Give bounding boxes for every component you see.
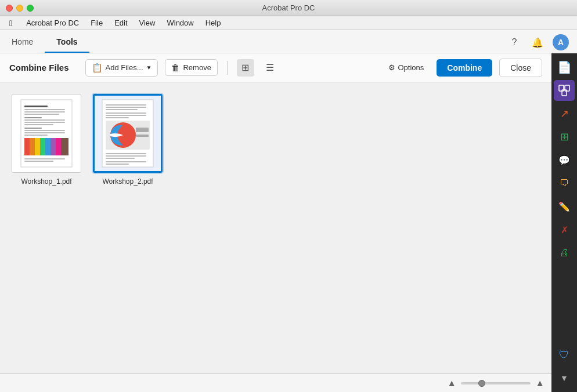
combine-toolbar: Combine Files 📋 Add Files... ▼ 🗑 Remove … <box>0 53 551 82</box>
sidebar-tool-comment[interactable]: 🗨 <box>554 173 575 194</box>
file-name-2: Workshop_2.pdf <box>102 177 153 186</box>
svg-rect-10 <box>24 130 65 131</box>
edit-text-icon: 💬 <box>558 155 570 166</box>
maximize-window-button[interactable] <box>27 5 34 12</box>
sidebar-tool-protect[interactable]: 🛡 <box>554 344 575 365</box>
svg-rect-40 <box>106 164 129 165</box>
sidebar-tool-print[interactable]: 🖨 <box>554 242 575 263</box>
add-files-button[interactable]: 📋 Add Files... ▼ <box>85 59 158 77</box>
combine-pages-icon <box>558 84 571 97</box>
options-button[interactable]: ⚙ Options <box>383 60 430 75</box>
view-menu[interactable]: View <box>135 17 160 28</box>
add-files-dropdown-icon: ▼ <box>146 64 152 71</box>
main-area: Combine Files 📋 Add Files... ▼ 🗑 Remove … <box>0 53 577 392</box>
titlebar: Acrobat Pro DC <box>0 0 577 16</box>
sidebar-tool-edit[interactable]: 💬 <box>554 150 575 170</box>
file-menu[interactable]: File <box>86 17 107 28</box>
organize-icon: ⊞ <box>560 130 569 143</box>
svg-rect-1 <box>24 106 48 107</box>
svg-rect-23 <box>24 161 53 162</box>
remove-button[interactable]: 🗑 Remove <box>165 59 217 76</box>
svg-rect-5 <box>24 117 42 118</box>
sidebar-tool-more[interactable]: ▼ <box>554 368 575 389</box>
help-button[interactable]: ? <box>506 34 522 50</box>
svg-rect-4 <box>24 114 59 115</box>
pdf-create-icon: 📄 <box>557 60 572 74</box>
svg-rect-6 <box>24 119 65 121</box>
bell-icon: 🔔 <box>532 37 543 48</box>
zoom-out-icon[interactable]: ▲ <box>447 378 456 389</box>
svg-rect-8 <box>24 124 53 125</box>
zoombar: ▲ ▲ <box>0 373 551 392</box>
file-thumb-2[interactable] <box>93 94 163 173</box>
minimize-window-button[interactable] <box>16 5 23 12</box>
close-window-button[interactable] <box>6 5 13 12</box>
list-view-button[interactable]: ☰ <box>261 59 279 77</box>
toolbar-title: Combine Files <box>9 63 69 72</box>
export-icon: ↗ <box>560 107 569 120</box>
svg-rect-17 <box>40 138 45 155</box>
sidebar-tool-combine[interactable] <box>554 80 575 101</box>
svg-rect-35 <box>136 135 149 137</box>
file-name-1: Workshop_1.pdf <box>21 177 71 186</box>
pencil-icon: ✏️ <box>558 201 570 212</box>
svg-rect-34 <box>136 128 149 132</box>
remove-icon: 🗑 <box>171 63 180 72</box>
notifications-button[interactable]: 🔔 <box>529 34 546 50</box>
svg-rect-26 <box>106 107 146 108</box>
sidebar-tool-redact[interactable]: ✗ <box>554 219 575 240</box>
sidebar-tool-export[interactable]: ↗ <box>554 103 575 124</box>
comment-icon: 🗨 <box>560 178 569 188</box>
grid-icon: ⊞ <box>241 62 249 73</box>
list-item[interactable]: Workshop_2.pdf <box>93 94 163 186</box>
help-menu[interactable]: Help <box>201 17 226 28</box>
tabbar-right: ? 🔔 A <box>506 34 577 53</box>
sidebar-tool-pdf[interactable]: 📄 <box>554 57 575 78</box>
file-thumb-1[interactable] <box>12 94 81 173</box>
sidebar-tool-organize[interactable]: ⊞ <box>554 126 575 147</box>
apple-menu[interactable]:  <box>5 17 17 29</box>
sidebar-tool-annotate[interactable]: ✏️ <box>554 196 575 217</box>
svg-rect-20 <box>56 138 61 155</box>
svg-rect-15 <box>30 138 35 155</box>
svg-rect-29 <box>106 115 146 116</box>
svg-rect-12 <box>24 135 48 136</box>
tabbar: Home Tools ? 🔔 A <box>0 30 577 53</box>
redact-icon: ✗ <box>561 224 568 235</box>
gear-icon: ⚙ <box>388 63 395 72</box>
svg-rect-16 <box>35 138 40 155</box>
print-icon: 🖨 <box>560 248 569 258</box>
tab-tools[interactable]: Tools <box>45 32 89 53</box>
combine-button[interactable]: Combine <box>437 59 492 77</box>
files-area: Workshop_1.pdf <box>0 82 551 373</box>
svg-rect-21 <box>61 138 68 155</box>
svg-rect-18 <box>45 138 51 155</box>
help-icon: ? <box>512 37 517 48</box>
chevron-down-icon: ▼ <box>560 373 568 383</box>
svg-rect-38 <box>106 158 135 159</box>
svg-rect-25 <box>106 104 146 106</box>
svg-rect-3 <box>24 111 65 112</box>
close-button[interactable]: Close <box>499 59 542 77</box>
svg-rect-22 <box>24 158 65 159</box>
add-files-icon: 📋 <box>92 63 103 73</box>
zoom-thumb[interactable] <box>478 380 485 387</box>
window-menu[interactable]: Window <box>162 17 198 28</box>
right-sidebar: 📄 ↗ ⊞ 💬 🗨 ✏️ ✗ 🖨 <box>551 53 577 392</box>
svg-rect-7 <box>24 122 65 123</box>
edit-menu[interactable]: Edit <box>110 17 132 28</box>
svg-rect-19 <box>51 138 56 155</box>
zoom-slider[interactable] <box>461 382 531 384</box>
window-title: Acrobat Pro DC <box>262 3 315 12</box>
grid-view-button[interactable]: ⊞ <box>237 59 254 77</box>
svg-rect-9 <box>24 128 42 129</box>
svg-rect-39 <box>106 161 146 162</box>
list-item[interactable]: Workshop_1.pdf <box>12 94 81 186</box>
avatar-button[interactable]: A <box>553 34 569 50</box>
svg-rect-27 <box>106 109 138 110</box>
traffic-lights[interactable] <box>6 5 34 12</box>
zoom-in-icon[interactable]: ▲ <box>535 378 544 389</box>
app-menu[interactable]: Acrobat Pro DC <box>21 17 84 28</box>
avatar-icon: A <box>558 38 564 47</box>
tab-home[interactable]: Home <box>0 32 45 53</box>
